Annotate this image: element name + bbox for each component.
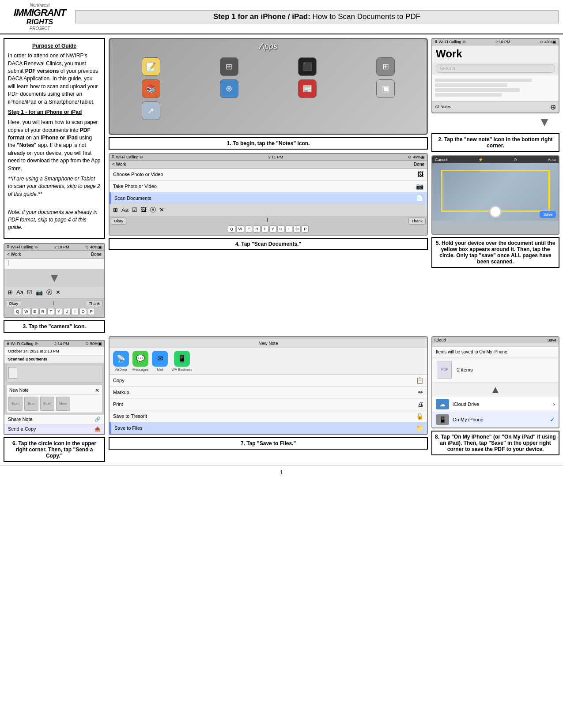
step6-scan-preview (6, 365, 102, 383)
share-save-files-btn[interactable]: Save to Files 📁 (110, 422, 427, 434)
step4-kb-e[interactable]: E (245, 225, 252, 233)
step4-kb-q[interactable]: Q (228, 225, 235, 233)
share-airdrop[interactable]: 📡 AirDrop (113, 351, 129, 372)
step4-img-icon[interactable]: 🖼 (141, 206, 147, 213)
step7-caption-text: 7. Tap "Save to Files." (241, 440, 296, 447)
share-wa[interactable]: 📱 WA Business (171, 351, 192, 372)
main-row1: Purpose of Guide In order to attend one … (0, 34, 563, 336)
kb-u[interactable]: U (63, 308, 71, 315)
step5-camera: Cancel ⚡ ⊙ Auto Save (431, 155, 559, 235)
copy-icon: 📋 (416, 377, 423, 384)
scan-save-button[interactable]: Save (540, 211, 556, 218)
step8-icloud-row[interactable]: ☁ iCloud Drive › (432, 397, 559, 412)
share-mail[interactable]: ✉ Mail (152, 351, 168, 372)
menu-take-photo[interactable]: Take Photo or Video 📷 (110, 180, 427, 192)
news-app-icon[interactable]: 📰 (298, 79, 317, 98)
iphone-folder-icon: 📱 (436, 414, 449, 425)
logo-immigrant: IMMIGRANT (14, 8, 66, 18)
work-note-title: Work (432, 45, 559, 62)
step4-thank-key[interactable]: Thank (408, 218, 426, 225)
diag-app-icon[interactable]: ▣ (376, 79, 395, 98)
dark-app-icon[interactable]: ⬛ (298, 57, 317, 76)
kb-o[interactable]: O (79, 308, 87, 315)
step8-thumbnail: PDF (438, 361, 452, 379)
step4-kb-i[interactable]: I (285, 225, 292, 233)
purpose-para3: **If are using a Smartphone or Tablet to… (8, 175, 101, 198)
table-icon[interactable]: ⊞ (8, 289, 13, 296)
step8-caption: 8. Tap "On My iPhone" (or "On My iPad" i… (431, 431, 559, 455)
kb-r[interactable]: R (39, 308, 47, 315)
check-icon[interactable]: ☑ (27, 289, 32, 296)
step4-table-icon[interactable]: ⊞ (113, 206, 118, 213)
step8-save-info: Items will be saved to On My iPhone. (432, 347, 559, 357)
scan-settings-icon[interactable]: ⊙ (514, 158, 517, 162)
thank-key[interactable]: Thank (86, 300, 103, 307)
step6-share-note-btn[interactable]: Share Note 🔗 (4, 415, 104, 424)
share-print-btn[interactable]: Print 🖨 (110, 398, 427, 410)
step4-circle-a-icon[interactable]: Ⓐ (150, 206, 156, 214)
kb-i[interactable]: I (72, 308, 79, 315)
work-note-footer: All Notes ⊕ (432, 101, 559, 113)
airdrop-icon: 📡 (113, 351, 129, 367)
share-tresorit-btn[interactable]: Save to Tresorit 🔒 (110, 410, 427, 422)
kb-p[interactable]: P (88, 308, 95, 315)
arrow-app-icon[interactable]: ↗ (142, 101, 160, 120)
kb-t[interactable]: T (47, 308, 54, 315)
step8-save-screen: iCloud Save Items will be saved to On My… (431, 336, 559, 428)
scan-cancel-btn[interactable]: Cancel (435, 158, 447, 162)
notes-app-icon[interactable]: 📝 (142, 57, 160, 76)
step4-kb-y[interactable]: Y (269, 225, 276, 233)
step4-kb-row: Q W E R T Y U I O P (111, 225, 426, 233)
kb-e[interactable]: E (31, 308, 38, 315)
more-icon[interactable]: ✕ (56, 289, 60, 296)
grid-app-icon[interactable]: ⊞ (376, 57, 395, 76)
text-icon[interactable]: Aa (16, 289, 23, 296)
kb-y[interactable]: Y (55, 308, 62, 315)
apps-title: Apps (110, 39, 427, 54)
step4-more-icon[interactable]: ✕ (159, 206, 164, 213)
step4-kb-u[interactable]: U (277, 225, 285, 233)
kb-q[interactable]: Q (14, 308, 21, 315)
share-markup-btn[interactable]: Markup ✏ (110, 387, 427, 398)
scan-capture-button[interactable] (489, 206, 502, 218)
menu-scan-docs[interactable]: Scan Documents 📄 (110, 192, 427, 204)
step4-kb-t[interactable]: T (261, 225, 268, 233)
step4-kb-p[interactable]: P (302, 225, 309, 233)
new-note-button[interactable]: ⊕ (550, 103, 556, 111)
more-app-icon[interactable]: ⊕ (220, 79, 238, 98)
share-messages[interactable]: 💬 Messages (132, 351, 148, 372)
step7-caption: 7. Tap "Save to Files." (109, 437, 428, 450)
step4-okay-key[interactable]: Okay (111, 218, 126, 225)
scan-camera-body: Save (432, 163, 559, 221)
step4-kb-o[interactable]: O (293, 225, 301, 233)
calc-app-icon[interactable]: ⊞ (220, 57, 238, 76)
kb-w[interactable]: W (22, 308, 30, 315)
logo: Northwest IMMIGRANT RIGHTS PROJECT (4, 3, 75, 31)
step4-check-icon[interactable]: ☑ (132, 206, 137, 213)
step4-kb-r[interactable]: R (253, 225, 261, 233)
share-copy-btn[interactable]: Copy 📋 (110, 375, 427, 387)
step5-caption-text: 5. Hold your device over the document un… (436, 240, 555, 265)
step4-text-icon[interactable]: Aa (121, 206, 128, 213)
step6-send-copy-btn[interactable]: Send a Copy 📤 (4, 424, 104, 434)
menu-choose-photo[interactable]: Choose Photo or Video 🖼 (110, 169, 427, 180)
step8-iphone-row[interactable]: 📱 On My iPhone ✓ (432, 412, 559, 428)
circle-a-icon[interactable]: Ⓐ (46, 289, 52, 296)
mail-icon: ✉ (152, 351, 168, 367)
scan-flash-icon[interactable]: ⚡ (478, 158, 483, 162)
purpose-title: Purpose of Guide (8, 42, 101, 50)
work-note-search[interactable]: Search (436, 64, 555, 73)
purpose-box: Purpose of Guide In order to attend one … (4, 38, 105, 239)
step6-caption-text: 6. Tap the circle icon in the upper righ… (12, 440, 96, 459)
step6-panel-close[interactable]: ✕ (95, 387, 99, 394)
okay-key[interactable]: Okay (6, 300, 21, 307)
main-row2: ⠿ Wi-Fi Calling ⊛ 2:14 PM ⊙ 50%▣ October… (0, 336, 563, 465)
thumb2: Scan (24, 397, 38, 411)
keyboard-mock: Okay | Thank Q W E R T Y U I O P (4, 299, 104, 317)
step4-camera-toolbar: ⊞ Aa ☑ 🖼 Ⓐ ✕ (110, 204, 427, 216)
books-app-icon[interactable]: 📚 (142, 79, 160, 98)
step4-kb-w[interactable]: W (236, 225, 245, 233)
step8-status: iCloud Save (432, 337, 559, 343)
iphone-checkmark: ✓ (550, 416, 555, 423)
camera-icon[interactable]: 📷 (36, 289, 43, 296)
